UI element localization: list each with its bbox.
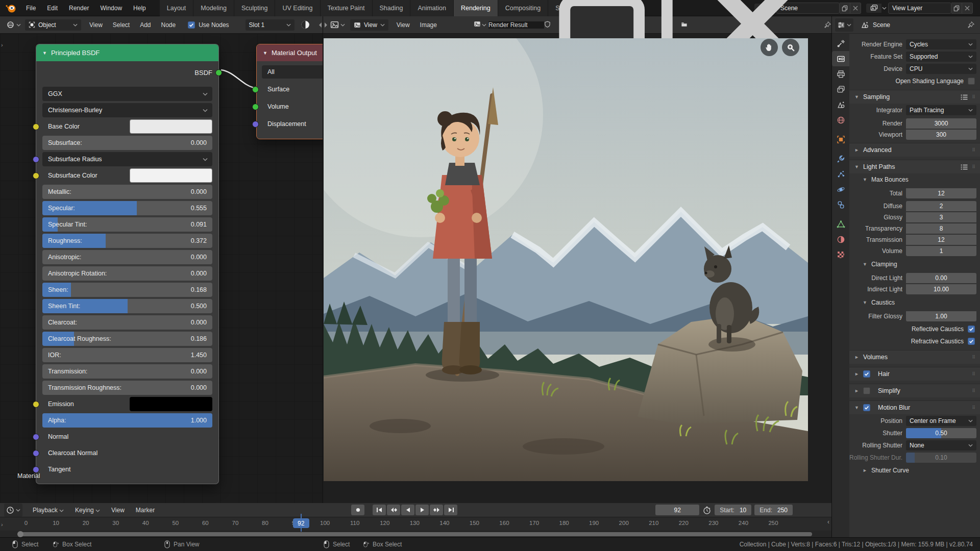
- shader-type-dropdown[interactable]: Object: [25, 19, 81, 31]
- topbar-menu-help[interactable]: Help: [129, 3, 151, 13]
- input-socket[interactable]: [33, 466, 39, 473]
- triangle-right-icon[interactable]: ►: [854, 355, 860, 360]
- triangle-right-icon[interactable]: ►: [854, 371, 860, 377]
- zoom-view-button[interactable]: [782, 39, 799, 56]
- subpanel-clamping[interactable]: ▼Clamping: [849, 258, 980, 270]
- input-socket[interactable]: [33, 172, 39, 179]
- shader-menu-select[interactable]: Select: [108, 20, 135, 30]
- prop-slider[interactable]: 0.50: [906, 428, 976, 438]
- topbar-menu-edit[interactable]: Edit: [42, 3, 62, 13]
- triangle-down-icon[interactable]: ▼: [863, 262, 868, 267]
- properties-tab-constraints[interactable]: [832, 197, 849, 212]
- prop-number-field[interactable]: 1.00: [906, 311, 976, 321]
- use-nodes-checkbox[interactable]: [188, 21, 195, 29]
- view-layer-icon[interactable]: [866, 4, 881, 13]
- image-browse-icon[interactable]: [474, 20, 481, 29]
- region-expand-arrow[interactable]: ›: [1, 42, 3, 48]
- input-socket[interactable]: [252, 121, 259, 128]
- color-swatch[interactable]: [130, 119, 212, 134]
- prop-checkbox[interactable]: [968, 325, 975, 333]
- output-target-dropdown[interactable]: All: [262, 65, 323, 79]
- prop-number-field[interactable]: 8: [906, 223, 976, 234]
- principled-node-header[interactable]: ▼ Principled BSDF: [36, 44, 218, 61]
- node-input-sheen-tint[interactable]: Sheen Tint:0.500: [42, 299, 212, 313]
- image-name-field[interactable]: Render Result: [488, 21, 544, 29]
- properties-tab-object[interactable]: [832, 132, 849, 147]
- panel-light-paths[interactable]: ▼Light Paths⠿: [849, 160, 980, 173]
- panel-checkbox[interactable]: [863, 387, 870, 394]
- output-input-surface[interactable]: Surface: [262, 83, 323, 96]
- panel-simplify[interactable]: ►Simplify⠿: [849, 384, 980, 397]
- properties-tab-output[interactable]: [832, 66, 849, 82]
- input-socket[interactable]: [33, 450, 39, 457]
- node-input-anisotropic[interactable]: Anisotropic:0.000: [42, 250, 212, 264]
- prop-number-field[interactable]: 0.00: [906, 273, 976, 283]
- pan-view-button[interactable]: [761, 39, 778, 56]
- prop-number-field[interactable]: 12: [906, 188, 976, 198]
- drag-dots-icon[interactable]: ⠿: [972, 94, 976, 99]
- properties-tab-scene[interactable]: [832, 97, 849, 112]
- jump-end-button[interactable]: [444, 505, 457, 515]
- play-button[interactable]: [415, 505, 429, 515]
- prev-keyframe-button[interactable]: [387, 505, 400, 515]
- remove-view-layer-button[interactable]: [962, 3, 973, 14]
- panel-advanced[interactable]: ►Advanced⠿: [849, 143, 980, 157]
- panel-sampling[interactable]: ▼Sampling⠿: [849, 90, 980, 104]
- triangle-down-icon[interactable]: ▼: [854, 164, 860, 169]
- properties-tab-material[interactable]: [832, 232, 849, 247]
- chevron-down-icon[interactable]: [482, 23, 486, 27]
- editor-type-button[interactable]: [4, 504, 22, 517]
- principled-bsdf-node[interactable]: ▼ Principled BSDF BSDFGGXChristensen-Bur…: [36, 44, 219, 484]
- node-input-base-color[interactable]: Base Color: [42, 119, 212, 134]
- workspace-tab-texture-paint[interactable]: Texture Paint: [321, 0, 373, 16]
- prop-checkbox[interactable]: [968, 338, 975, 345]
- properties-tab-particles[interactable]: [832, 166, 849, 182]
- topbar-menu-file[interactable]: File: [21, 3, 40, 13]
- area-split-widget[interactable]: [317, 21, 329, 29]
- node-input-subsurface-radius[interactable]: Subsurface Radius: [42, 152, 212, 166]
- input-socket[interactable]: [33, 401, 39, 408]
- collapse-triangle-icon[interactable]: ▼: [42, 51, 47, 56]
- prop-dropdown[interactable]: Center on Frame: [906, 416, 976, 426]
- record-button[interactable]: [351, 505, 364, 515]
- new-scene-button[interactable]: [840, 3, 850, 14]
- node-input-transmission[interactable]: Transmission:0.000: [42, 364, 212, 379]
- shader-menu-add[interactable]: Add: [135, 20, 156, 30]
- drag-dots-icon[interactable]: ⠿: [972, 164, 976, 169]
- prop-dropdown[interactable]: Path Tracing: [906, 105, 976, 115]
- fake-user-shield-button[interactable]: [544, 21, 551, 29]
- input-socket[interactable]: [252, 86, 259, 93]
- prop-number-field[interactable]: 300: [906, 130, 976, 140]
- node-input-subsurface-color[interactable]: Subsurface Color: [42, 168, 212, 183]
- jump-start-button[interactable]: [373, 505, 386, 515]
- output-node-header[interactable]: ▼ Material Output: [257, 44, 323, 61]
- triangle-down-icon[interactable]: ▼: [863, 177, 868, 182]
- node-input-tangent[interactable]: Tangent: [42, 462, 212, 477]
- triangle-down-icon[interactable]: ▼: [854, 94, 860, 99]
- workspace-tab-shading[interactable]: Shading: [373, 0, 411, 16]
- input-socket[interactable]: [33, 434, 39, 440]
- timeline-scrollbar[interactable]: [18, 532, 812, 536]
- subpanel-max-bounces[interactable]: ▼Max Bounces: [849, 173, 980, 186]
- node-input-metallic[interactable]: Metallic:0.000: [42, 185, 212, 199]
- slot-dropdown[interactable]: Slot 1: [246, 19, 295, 31]
- prop-dropdown[interactable]: Cycles: [906, 39, 976, 49]
- display-channels-dropdown[interactable]: View: [350, 19, 388, 31]
- prop-dropdown[interactable]: CPU: [906, 64, 976, 74]
- pin-icon[interactable]: [824, 21, 831, 29]
- panel-checkbox[interactable]: [863, 404, 870, 411]
- play-reverse-button[interactable]: [401, 505, 414, 515]
- prop-number-field[interactable]: 10.00: [906, 284, 976, 294]
- drag-dots-icon[interactable]: ⠿: [972, 355, 976, 360]
- node-input-subsurface[interactable]: Subsurface:0.000: [42, 136, 212, 150]
- editor-type-button[interactable]: [835, 18, 853, 32]
- node-input-normal[interactable]: Normal: [42, 430, 212, 444]
- region-collapse-arrow[interactable]: ‹: [827, 518, 829, 525]
- properties-tab-view-layer[interactable]: [832, 82, 849, 97]
- shader-menu-view[interactable]: View: [84, 20, 108, 30]
- prop-number-field[interactable]: 12: [906, 235, 976, 245]
- node-input-transmission-roughness[interactable]: Transmission Roughness:0.000: [42, 381, 212, 395]
- preview-sphere-icon[interactable]: [301, 20, 310, 30]
- properties-tab-texture[interactable]: [832, 247, 849, 262]
- workspace-tab-animation[interactable]: Animation: [410, 0, 454, 16]
